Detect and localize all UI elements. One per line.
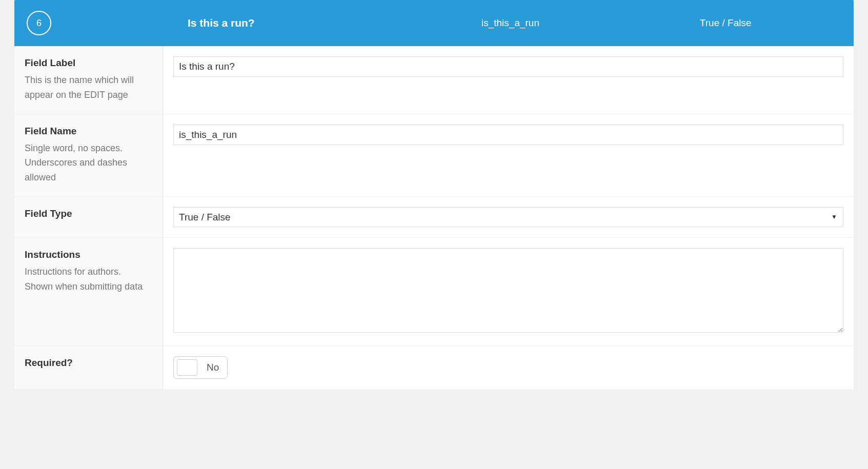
- field-label-input[interactable]: [173, 56, 843, 77]
- label-field-name: Field Name Single word, no spaces. Under…: [14, 114, 163, 196]
- field-type-select[interactable]: True / False: [173, 207, 843, 227]
- instructions-textarea[interactable]: [173, 248, 843, 333]
- label-title: Instructions: [25, 249, 151, 260]
- label-desc: This is the name which will appear on th…: [25, 73, 151, 103]
- header-field-name: is_this_a_run: [403, 17, 618, 29]
- field-order: 6: [14, 11, 163, 35]
- header-field-label: Is this a run?: [163, 17, 403, 29]
- field-name-input[interactable]: [173, 125, 843, 145]
- toggle-switch-icon: [177, 359, 197, 376]
- header-field-type: True / False: [618, 17, 854, 29]
- label-instructions: Instructions Instructions for authors. S…: [14, 238, 163, 345]
- row-field-name: Field Name Single word, no spaces. Under…: [14, 114, 854, 197]
- label-required: Required?: [14, 346, 163, 389]
- required-toggle[interactable]: No: [173, 356, 228, 379]
- order-circle: 6: [27, 11, 51, 35]
- label-title: Field Name: [25, 126, 151, 137]
- input-wrap-required: No: [163, 346, 854, 389]
- label-title: Field Label: [25, 57, 151, 69]
- input-wrap-instructions: [163, 238, 854, 345]
- row-instructions: Instructions Instructions for authors. S…: [14, 238, 854, 346]
- row-required: Required? No: [14, 346, 854, 389]
- row-field-label: Field Label This is the name which will …: [14, 46, 854, 114]
- field-type-select-wrap: True / False ▼: [173, 207, 843, 227]
- label-title: Field Type: [25, 208, 151, 219]
- input-wrap-field-name: [163, 114, 854, 196]
- label-field-label: Field Label This is the name which will …: [14, 46, 163, 114]
- order-number: 6: [36, 18, 42, 29]
- label-field-type: Field Type: [14, 197, 163, 237]
- field-header[interactable]: 6 Is this a run? is_this_a_run True / Fa…: [14, 0, 854, 46]
- row-field-type: Field Type True / False ▼: [14, 197, 854, 238]
- label-desc: Instructions for authors. Shown when sub…: [25, 264, 151, 294]
- input-wrap-field-label: [163, 46, 854, 114]
- label-desc: Single word, no spaces. Underscores and …: [25, 141, 151, 185]
- field-settings: Field Label This is the name which will …: [14, 46, 854, 389]
- input-wrap-field-type: True / False ▼: [163, 197, 854, 237]
- label-title: Required?: [25, 357, 151, 369]
- toggle-label: No: [207, 362, 219, 373]
